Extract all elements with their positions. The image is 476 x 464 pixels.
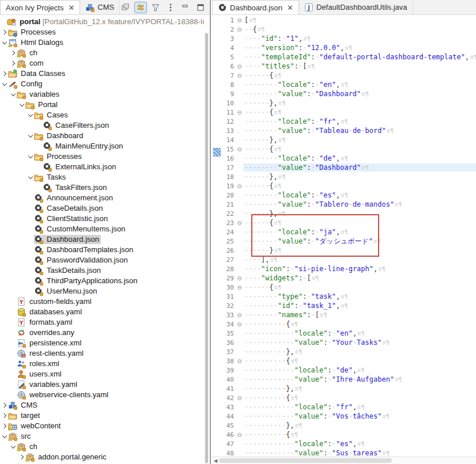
code-line-8[interactable]: 8········"locale":·"en",¤¶	[212, 80, 476, 89]
fold-collapse-icon[interactable]: ⊖	[236, 26, 243, 33]
code-line-33[interactable]: 33⊖········"names":·[¤¶	[212, 310, 476, 320]
tree-item-dashboard[interactable]: Dashboard	[0, 131, 204, 141]
tree-item-taskdetails-json[interactable]: TaskDetails.json	[0, 265, 204, 276]
tree-item-custom-fields-yaml[interactable]: Ycustom-fields.yaml	[0, 296, 204, 307]
tree-item-com[interactable]: com	[0, 58, 204, 69]
tree-item-passwordvalidation-json[interactable]: PasswordValidation.json	[0, 255, 204, 265]
tree-item-announcement-json[interactable]: Announcement.json	[0, 193, 204, 203]
tree-item-variables[interactable]: variables	[0, 89, 204, 100]
code-line-20[interactable]: 20········"locale":·"es",¤¶	[212, 191, 476, 200]
fold-collapse-icon[interactable]: ⊖	[236, 321, 243, 328]
code-line-18[interactable]: 18······},¤¶	[212, 172, 476, 181]
editor-hscrollbar[interactable]: ◀	[212, 457, 476, 464]
code-line-5[interactable]: 5····"templateId":·"default-portal-dashb…	[212, 52, 476, 62]
tree-item-variables-yaml[interactable]: variables.yaml	[0, 379, 204, 390]
fold-collapse-icon[interactable]: ⊖	[236, 358, 243, 364]
tree-item-tasks[interactable]: Tasks	[0, 172, 204, 182]
fold-collapse-icon[interactable]: ⊖	[236, 17, 243, 24]
chevron-right-icon[interactable]	[1, 412, 8, 419]
code-line-40[interactable]: 40············"value":·"Ihre·Aufgaben"¤¶	[212, 375, 476, 384]
code-line-14[interactable]: 14······},¤¶	[212, 135, 476, 144]
tree-item-processes[interactable]: Processes	[0, 151, 204, 162]
chevron-down-icon[interactable]	[27, 174, 34, 181]
tab-cms[interactable]: CMS	[80, 0, 120, 14]
tree-item-html-dialogs[interactable]: Html Dialogs	[0, 37, 204, 48]
chevron-right-icon[interactable]	[10, 50, 17, 56]
code-line-17[interactable]: 17········"value":·"Dashboard"¤¶	[212, 163, 476, 172]
chevron-right-icon[interactable]	[1, 402, 8, 409]
tree-item-casedetails-json[interactable]: CaseDetails.json	[0, 203, 204, 214]
code-line-36[interactable]: 36············"value":·"Your·Tasks"¤¶	[212, 338, 476, 347]
tree-item-target[interactable]: target	[0, 410, 204, 421]
editor-tab-dashboard-json[interactable]: Dashboard.json ✕	[212, 0, 299, 14]
tree-item-portal[interactable]: portal [PortalGitHub_12.x feature/IVYPOR…	[0, 17, 204, 27]
fold-collapse-icon[interactable]: ⊖	[236, 312, 243, 318]
tree-item-webservice-clients-yaml[interactable]: webservice-clients.yaml	[0, 390, 204, 400]
code-line-7[interactable]: 7⊖······{¤¶	[212, 71, 476, 80]
editor-tab-defaultdashboardutils-java[interactable]: J DefaultDashboardUtils.java	[299, 0, 413, 14]
chevron-down-icon[interactable]	[0, 18, 7, 25]
chevron-down-icon[interactable]	[1, 39, 8, 46]
chevron-down-icon[interactable]	[10, 91, 17, 98]
code-line-6[interactable]: 6⊖····"titles":·[¤¶	[212, 62, 476, 71]
code-line-1[interactable]: 1⊖[¤¶	[212, 16, 476, 25]
tree-item-thirdpartyapplications-json[interactable]: ThirdPartyApplications.json	[0, 276, 204, 286]
chevron-right-icon[interactable]	[1, 423, 8, 429]
code-line-35[interactable]: 35············"locale":·"en",¤¶	[212, 329, 476, 338]
editor-hscrollbar-thumb[interactable]	[219, 458, 392, 463]
tree-item-processes[interactable]: Processes	[0, 27, 204, 37]
code-line-30[interactable]: 30⊖······{¤¶	[212, 283, 476, 292]
fold-collapse-icon[interactable]: ⊖	[236, 432, 243, 438]
code-line-43[interactable]: 43············"locale":·"fr",¤¶	[212, 402, 476, 412]
tree-item-users-xml[interactable]: users.xml	[0, 369, 204, 379]
tree-item-taskfilters-json[interactable]: TaskFilters.json	[0, 182, 204, 193]
tree-item-clientstatistic-json[interactable]: ClientStatistic.json	[0, 214, 204, 224]
fold-collapse-icon[interactable]: ⊖	[236, 73, 243, 79]
close-icon[interactable]: ✕	[68, 3, 74, 12]
code-line-32[interactable]: 32········"id":·"task_1",¤¶	[212, 301, 476, 310]
code-line-4[interactable]: 4····"version":·"12.0.0",¤¶	[212, 43, 476, 52]
tree-item-cases[interactable]: Cases	[0, 110, 204, 120]
chevron-right-icon[interactable]	[18, 454, 25, 461]
tab-axon-ivy-projects[interactable]: Axon Ivy Projects ✕	[0, 0, 80, 14]
tree-item-ch[interactable]: ch	[0, 442, 204, 452]
code-line-45[interactable]: 45··········},¤¶	[212, 421, 476, 430]
tree-item-roles-xml[interactable]: roles.xml	[0, 359, 204, 369]
fold-collapse-icon[interactable]: ⊖	[236, 275, 243, 282]
chevron-right-icon[interactable]	[10, 60, 17, 67]
fold-collapse-icon[interactable]: ⊖	[236, 220, 243, 226]
chevron-down-icon[interactable]	[27, 112, 34, 119]
code-line-47[interactable]: 47············"locale":·"es",¤¶	[212, 439, 476, 448]
code-line-44[interactable]: 44············"value":·"Vos·tâches"¤¶	[212, 412, 476, 421]
code-line-15[interactable]: 15⊖······{¤¶	[212, 144, 476, 154]
chevron-right-icon[interactable]	[1, 29, 8, 36]
tree-item-data-classes[interactable]: CData Classes	[0, 69, 204, 79]
tree-item-dashboard-json[interactable]: Dashboard.json	[0, 234, 204, 245]
code-line-34[interactable]: 34⊖··········{¤¶	[212, 320, 476, 329]
chevron-down-icon[interactable]	[27, 153, 34, 160]
fold-collapse-icon[interactable]: ⊖	[236, 109, 243, 116]
code-line-12[interactable]: 12········"locale":·"fr",¤¶	[212, 117, 476, 126]
tree-item-cms[interactable]: CMS	[0, 400, 204, 410]
tree-item-rest-clients-yaml[interactable]: BBrest-clients.yaml	[0, 348, 204, 359]
code-line-38[interactable]: 38⊖··········{¤¶	[212, 356, 476, 366]
tree-item-dashboardtemplates-json[interactable]: DashboardTemplates.json	[0, 245, 204, 255]
tree-item-persistence-xml[interactable]: persistence.xml	[0, 338, 204, 348]
code-line-46[interactable]: 46⊖··········{¤¶	[212, 430, 476, 439]
tree-item-portal[interactable]: Portal	[0, 100, 204, 110]
code-line-39[interactable]: 39············"locale":·"de",¤¶	[212, 366, 476, 375]
chevron-down-icon[interactable]	[18, 101, 25, 108]
view-menu-icon[interactable]	[165, 2, 176, 13]
code-line-19[interactable]: 19⊖······{¤¶	[212, 181, 476, 191]
tree-item-config[interactable]: Config	[0, 79, 204, 89]
code-line-41[interactable]: 41··········},¤¶	[212, 384, 476, 393]
code-line-11[interactable]: 11⊖······{¤¶	[212, 108, 476, 117]
tree-item-ch[interactable]: ch	[0, 48, 204, 58]
chevron-down-icon[interactable]	[1, 433, 8, 440]
code-line-2[interactable]: 2⊖··{¤¶	[212, 25, 476, 34]
code-line-16[interactable]: 16········"locale":·"de",¤¶	[212, 154, 476, 163]
tree-item-formats-yaml[interactable]: Yformats.yaml	[0, 317, 204, 328]
scroll-left-arrow-icon[interactable]: ◀	[212, 458, 219, 463]
link-with-editor-icon[interactable]	[135, 2, 146, 13]
code-line-28[interactable]: 28····"icon":·"si-pie-line-graph",¤¶	[212, 264, 476, 273]
